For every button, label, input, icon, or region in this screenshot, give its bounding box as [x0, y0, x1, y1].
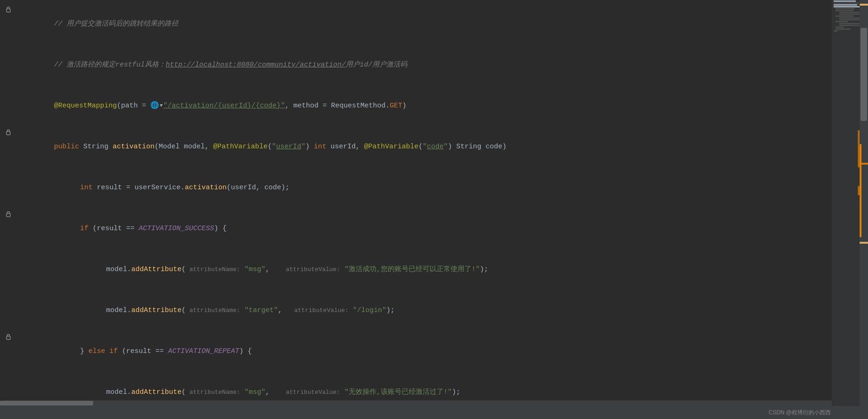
- minimap-line: [839, 12, 860, 13]
- scroll-accent: [860, 144, 861, 237]
- code-editor: // 用户提交激活码后的跳转结果的路径 // 激活路径的规定restful风格：…: [0, 0, 859, 405]
- minimap-line: [835, 27, 844, 28]
- token-plain: ) {: [214, 225, 227, 233]
- token-keyword: else if: [88, 347, 118, 355]
- code-line-9: } else if (result == ACTIVATION_REPEAT) …: [0, 331, 859, 372]
- token-plain: (: [418, 143, 423, 151]
- code-line-7: model.addAttribute( attributeName: "msg"…: [0, 249, 859, 290]
- scroll-marker: [860, 242, 868, 244]
- token-param: attributeValue:: [290, 307, 349, 314]
- code-text-10: model.addAttribute( attributeName: "msg"…: [17, 373, 859, 405]
- token-string: "msg": [244, 266, 265, 273]
- code-text-7: model.addAttribute( attributeName: "msg"…: [17, 250, 859, 289]
- token-plain: (result ==: [88, 225, 139, 233]
- token-annotation: @PathVariable: [213, 143, 268, 151]
- token-plain: [349, 306, 353, 314]
- token-keyword: int: [80, 184, 93, 192]
- token-annotation: @RequestMapping: [54, 102, 117, 110]
- token-plain: (: [268, 143, 272, 151]
- token-plain: ,: [265, 266, 282, 273]
- token-string: "userId": [272, 143, 305, 151]
- token-method: addAttribute: [131, 266, 182, 273]
- code-line-4: public String activation(Model model, @P…: [0, 126, 859, 167]
- token-plain: ,: [265, 388, 282, 396]
- token-constant: ACTIVATION_REPEAT: [168, 347, 239, 355]
- token-plain: );: [452, 388, 460, 396]
- svg-rect-3: [7, 336, 10, 339]
- horizontal-thumb[interactable]: [0, 401, 93, 406]
- scrollbar-thumb[interactable]: [861, 28, 867, 121]
- gutter-6: [0, 211, 17, 217]
- minimap[interactable]: [832, 0, 860, 419]
- token-plain: ) {: [239, 347, 252, 355]
- code-text-4: public String activation(Model model, @P…: [17, 127, 859, 166]
- token-string: "msg": [244, 388, 265, 396]
- token-plain: (: [182, 388, 186, 396]
- token-comment: // 用户提交激活码后的跳转结果的路径: [54, 20, 178, 28]
- minimap-line: [834, 2, 859, 4]
- token-string: "激活成功,您的账号已经可以正常使用了!": [344, 266, 480, 273]
- token-method: addAttribute: [131, 388, 182, 396]
- token-plain: (path = 🌐▾: [117, 102, 163, 110]
- minimap-line: [835, 21, 848, 22]
- gutter-9: [0, 333, 17, 340]
- token-plain: [340, 388, 344, 396]
- code-text-6: if (result == ACTIVATION_SUCCESS) {: [17, 209, 859, 248]
- token-plain: [340, 266, 344, 273]
- token-keyword: public: [54, 143, 79, 151]
- token-plain: model.: [106, 266, 131, 273]
- token-plain: }: [80, 347, 88, 355]
- lock-icon: [5, 333, 12, 340]
- code-line-10: model.addAttribute( attributeName: "msg"…: [0, 372, 859, 405]
- token-plain: (userId, code);: [227, 184, 289, 192]
- token-plain: ) String code): [448, 143, 506, 151]
- token-comment: // 激活路径的规定restful风格：http://localhost:808…: [54, 61, 407, 69]
- horizontal-scrollbar[interactable]: [0, 400, 832, 406]
- lock-icon: [5, 129, 12, 135]
- token-param: attributeValue:: [282, 266, 340, 273]
- token-string: "无效操作,该账号已经激活过了!": [344, 388, 452, 396]
- gutter-1: [0, 6, 17, 13]
- token-plain: );: [480, 266, 488, 273]
- token-plain: (: [182, 306, 186, 314]
- token-method: activation: [113, 143, 155, 151]
- token-string: "target": [244, 306, 278, 314]
- footer-text: CSDN @程博衍的小西西: [768, 409, 831, 417]
- token-string-path: "/activation/{userId}/{code}": [163, 102, 285, 110]
- code-text-9: } else if (result == ACTIVATION_REPEAT) …: [17, 332, 859, 371]
- code-text-5: int result = userService.activation(user…: [17, 168, 859, 207]
- minimap-line: [835, 15, 854, 17]
- token-plain: (result ==: [118, 347, 168, 355]
- token-plain: (Model model,: [155, 143, 213, 151]
- token-method: activation: [185, 184, 227, 192]
- token-plain: ): [305, 143, 314, 151]
- minimap-line: [839, 19, 860, 20]
- token-annotation: @PathVariable: [364, 143, 418, 151]
- token-plain: result = userService.: [93, 184, 185, 192]
- minimap-line: [839, 23, 860, 24]
- minimap-line: [835, 28, 851, 30]
- code-text-1: // 用户提交激活码后的跳转结果的路径: [17, 5, 859, 44]
- footer-bar: CSDN @程博衍的小西西: [0, 406, 868, 419]
- token-plain: [240, 266, 244, 273]
- token-param: attributeName:: [186, 389, 240, 396]
- token-param: attributeName:: [186, 266, 240, 273]
- token-keyword: int: [314, 143, 326, 151]
- svg-rect-1: [7, 132, 10, 135]
- token-string: "/login": [353, 306, 386, 314]
- code-line-2: // 激活路径的规定restful风格：http://localhost:808…: [0, 45, 859, 86]
- token-string: "code": [423, 143, 448, 151]
- code-line-5: int result = userService.activation(user…: [0, 167, 859, 208]
- token-plain: ): [402, 102, 406, 110]
- token-plain: );: [386, 306, 395, 314]
- token-plain: model.: [106, 388, 131, 396]
- minimap-line: [834, 6, 860, 7]
- minimap-line: [839, 13, 860, 15]
- token-method: addAttribute: [131, 306, 182, 314]
- code-line-3: @RequestMapping(path = 🌐▾"/activation/{u…: [0, 86, 859, 126]
- token-plain: userId,: [326, 143, 364, 151]
- token-plain: ,: [278, 306, 290, 314]
- token-keyword: GET: [390, 102, 402, 110]
- scrollbar-track[interactable]: [860, 0, 868, 419]
- token-plain: (: [182, 266, 186, 273]
